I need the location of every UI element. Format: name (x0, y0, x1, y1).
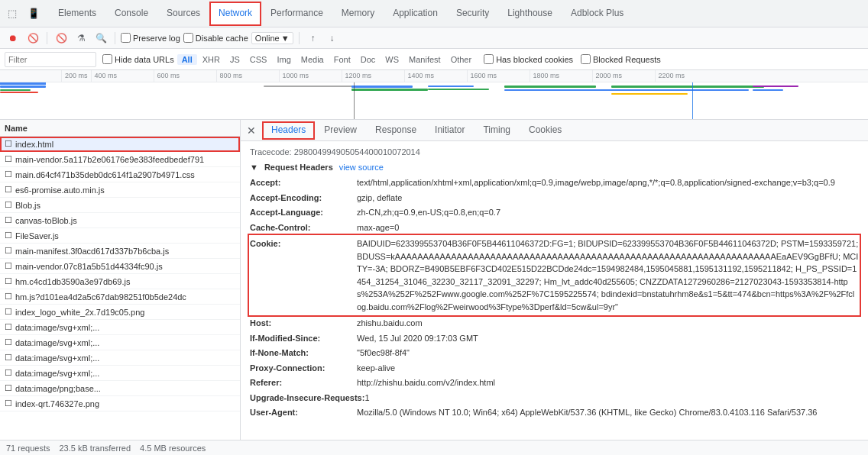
filter-css[interactable]: CSS (245, 54, 272, 65)
clear-button[interactable]: 🚫 (53, 30, 70, 47)
header-name: If-Modified-Since: (250, 332, 357, 345)
blocked-cookies-checkbox[interactable]: Has blocked cookies (484, 54, 573, 64)
filter-ws[interactable]: WS (381, 54, 403, 65)
request-count: 71 requests (6, 444, 50, 453)
throttle-select[interactable]: Online ▼ (251, 32, 293, 44)
list-item[interactable]: ☐ index-qrt.746327e.png (0, 396, 240, 411)
file-checkbox: ☐ (5, 353, 15, 363)
header-referer: Referer: http://zhishu.baidu.com/v2/inde… (250, 376, 859, 389)
search-button[interactable]: 🔍 (92, 30, 109, 47)
tab-security[interactable]: Security (447, 2, 498, 26)
tab-elements[interactable]: Elements (49, 2, 105, 26)
import-export-buttons: ↑ ↓ (305, 30, 341, 47)
filter-font[interactable]: Font (329, 54, 355, 65)
list-item[interactable]: ☐ FileSaver.js (0, 228, 240, 244)
file-name: data:image/svg+xml;... (15, 323, 235, 332)
blocked-requests-checkbox[interactable]: Blocked Requests (581, 54, 661, 64)
preserve-log-checkbox[interactable]: Preserve log (121, 33, 180, 43)
file-checkbox: ☐ (5, 383, 15, 393)
timeline-area: 200 ms 400 ms 600 ms 800 ms 1000 ms 1200… (0, 70, 868, 120)
ruler-mark-8: 1800 ms (530, 70, 592, 82)
record-button[interactable]: ⏺ (5, 30, 21, 47)
tab-headers[interactable]: Headers (262, 121, 315, 140)
header-accept-language: Accept-Language: zh-CN,zh;q=0.9,en-US;q=… (250, 206, 859, 219)
header-name: Referer: (250, 376, 357, 389)
details-tabs: ✕ Headers Preview Response Initiator Tim… (241, 120, 868, 141)
tab-timing[interactable]: Timing (474, 121, 520, 140)
file-name: data:image/svg+xml;... (15, 353, 235, 363)
file-row-index-html[interactable]: ☐ index.html (0, 137, 240, 152)
filter-toggle[interactable]: ⚗ (73, 30, 89, 47)
transferred-size: 23.5 kB transferred (59, 444, 131, 453)
ruler-mark-2: 600 ms (154, 70, 216, 82)
ruler-mark-3: 800 ms (216, 70, 279, 82)
disable-cache-checkbox[interactable]: Disable cache (183, 33, 248, 43)
tab-console[interactable]: Console (105, 2, 157, 26)
list-item[interactable]: ☐ hm.js?d101ea4d2a5c67dab98251f0b5de24dc (0, 289, 240, 305)
tab-preview[interactable]: Preview (315, 121, 366, 140)
header-value: zh-CN,zh;q=0.9,en-US;q=0.8,en;q=0.7 (357, 206, 500, 219)
file-name: main-vendor.5a117b2e06176e9e383feedbedef… (15, 155, 235, 164)
list-item[interactable]: ☐ data:image/svg+xml;... (0, 335, 240, 350)
tab-memory[interactable]: Memory (332, 2, 384, 26)
hide-data-urls-checkbox[interactable]: Hide data URLs (102, 54, 174, 64)
header-value: text/html,application/xhtml+xml,applicat… (357, 176, 835, 189)
list-item[interactable]: ☐ data:image/svg+xml;... (0, 320, 240, 335)
export-button[interactable]: ↓ (324, 30, 341, 47)
list-item[interactable]: ☐ main-vendor.5a117b2e06176e9e383feedbed… (0, 152, 240, 167)
list-item[interactable]: ☐ main.d64cf471b35deb0dc614f1a2907b4971.… (0, 167, 240, 182)
file-checkbox: ☐ (5, 292, 15, 302)
list-item[interactable]: ☐ data:image/png;base... (0, 381, 240, 396)
list-item[interactable]: ☐ main-manifest.3f0acd617d337b7b6cba.js (0, 244, 240, 259)
filter-row: Hide data URLs All XHR JS CSS Img Media … (0, 49, 868, 70)
ruler-mark-6: 1400 ms (404, 70, 467, 82)
filter-input[interactable] (5, 52, 96, 67)
section-toggle[interactable]: ▼ (250, 163, 258, 172)
file-name: main-vendor.07c81a5b51d44334fc90.js (15, 262, 235, 271)
list-item[interactable]: ☐ main-vendor.07c81a5b51d44334fc90.js (0, 259, 240, 274)
filter-manifest[interactable]: Manifest (404, 54, 445, 65)
tab-response[interactable]: Response (366, 121, 426, 140)
file-checkbox: ☐ (5, 246, 15, 256)
view-source-link[interactable]: view source (339, 163, 384, 172)
tab-performance[interactable]: Performance (261, 2, 332, 26)
filter-doc[interactable]: Doc (356, 54, 381, 65)
list-item[interactable]: ☐ Blob.js (0, 198, 240, 213)
tab-application[interactable]: Application (384, 2, 447, 26)
header-accept-encoding: Accept-Encoding: gzip, deflate (250, 192, 859, 205)
list-item[interactable]: ☐ data:image/svg+xml;... (0, 366, 240, 381)
filter-img[interactable]: Img (272, 54, 295, 65)
stop-button[interactable]: 🚫 (24, 30, 41, 47)
filter-js[interactable]: JS (225, 54, 245, 65)
toolbar-divider-2 (115, 32, 115, 44)
list-item[interactable]: ☐ hm.c4cd1db3590a3e97db69.js (0, 274, 240, 289)
file-checkbox: ☐ (5, 322, 15, 332)
devtools-tab-bar: ⬚ 📱 Elements Console Sources Network Per… (0, 0, 868, 27)
tab-initiator[interactable]: Initiator (426, 121, 474, 140)
tab-network[interactable]: Network (209, 2, 261, 26)
tab-lighthouse[interactable]: Lighthouse (498, 2, 562, 26)
close-details-button[interactable]: ✕ (244, 123, 259, 138)
filter-all[interactable]: All (177, 54, 197, 65)
header-user-agent: User-Agent: Mozilla/5.0 (Windows NT 10.0… (250, 406, 859, 419)
tab-sources[interactable]: Sources (157, 2, 209, 26)
filter-xhr[interactable]: XHR (198, 54, 225, 65)
tab-cookies[interactable]: Cookies (520, 121, 571, 140)
list-item[interactable]: ☐ index_logo_white_2x.7d19c05.png (0, 305, 240, 320)
import-button[interactable]: ↑ (305, 30, 322, 47)
header-value: zhishu.baidu.com (357, 317, 423, 330)
list-item[interactable]: ☐ es6-promise.auto.min.js (0, 182, 240, 198)
header-host: Host: zhishu.baidu.com (250, 317, 859, 330)
filter-other[interactable]: Other (446, 54, 477, 65)
header-name: Proxy-Connection: (250, 362, 357, 375)
filter-media[interactable]: Media (296, 54, 329, 65)
device-icon[interactable]: 📱 (24, 5, 43, 23)
list-item[interactable]: ☐ data:image/svg+xml;... (0, 350, 240, 366)
ruler-mark-5: 1200 ms (342, 70, 404, 82)
file-name: index.html (15, 140, 235, 149)
tab-adblock[interactable]: Adblock Plus (562, 2, 633, 26)
list-item[interactable]: ☐ canvas-toBlob.js (0, 213, 240, 228)
ruler-mark-10: 2200 ms (655, 70, 717, 82)
inspect-icon[interactable]: ⬚ (3, 5, 21, 23)
headers-content: Tracecode: 298004994905054400010072014 ▼… (241, 141, 868, 440)
